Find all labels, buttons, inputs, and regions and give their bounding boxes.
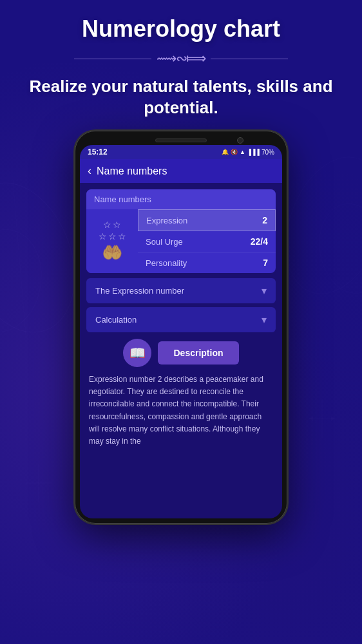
signal-icon: ▐▐▐ <box>247 149 260 155</box>
phone-notch <box>80 138 282 142</box>
back-button[interactable]: ‹ <box>88 164 91 178</box>
hand-icon: 🤲 <box>102 243 122 263</box>
expression-expand-icon: ▾ <box>262 285 267 297</box>
table-row[interactable]: Personality 7 <box>138 252 276 273</box>
star-icon-5: ☆ <box>118 231 126 242</box>
table-row[interactable]: Soul Urge 22/4 <box>138 231 276 252</box>
wifi-icon: ▲ <box>240 149 245 155</box>
stars-row-2: ☆ ☆ ☆ <box>99 231 126 242</box>
star-icon-4: ☆ <box>108 231 117 242</box>
description-btn-row: 📖 Description <box>86 339 276 367</box>
description-text: Expression number 2 describes a peacemak… <box>86 374 276 448</box>
calculation-expand-icon: ▾ <box>262 314 267 326</box>
calculation-expand-label: Calculation <box>95 315 137 325</box>
star-icon-2: ☆ <box>113 220 121 230</box>
battery-status: 70% <box>262 149 274 156</box>
phone-frame: 15:12 🔔 🔇 ▲ ▐▐▐ 70% ‹ Name numbers <box>75 131 287 524</box>
alarm-icon: 🔔 <box>222 149 229 155</box>
row-value-personality: 7 <box>263 258 268 268</box>
nav-bar: ‹ Name numbers <box>80 159 282 183</box>
phone-camera <box>237 137 243 144</box>
book-icon: 📖 <box>129 345 146 361</box>
mute-icon: 🔇 <box>231 149 238 155</box>
ornament-divider: ⟿∾⟾ <box>13 50 349 67</box>
status-bar: 15:12 🔔 🔇 ▲ ▐▐▐ 70% <box>80 145 282 159</box>
expression-expand-label: The Expression number <box>95 286 184 296</box>
expression-expand-row[interactable]: The Expression number ▾ <box>86 278 276 303</box>
row-label-personality: Personality <box>146 258 187 268</box>
calculation-expand-row[interactable]: Calculation ▾ <box>86 307 276 332</box>
stars-hand-icon: ☆ ☆ ☆ ☆ ☆ 🤲 <box>99 220 126 263</box>
star-icon-1: ☆ <box>103 220 111 230</box>
row-label-soul-urge: Soul Urge <box>146 237 183 247</box>
status-icons: 🔔 🔇 ▲ ▐▐▐ 70% <box>222 149 274 156</box>
card-icon-area: ☆ ☆ ☆ ☆ ☆ 🤲 <box>86 209 138 273</box>
star-icon-3: ☆ <box>99 231 107 242</box>
phone-speaker <box>155 138 207 142</box>
status-time: 15:12 <box>88 147 108 156</box>
card-body: ☆ ☆ ☆ ☆ ☆ 🤲 <box>86 209 276 273</box>
phone-screen: 15:12 🔔 🔇 ▲ ▐▐▐ 70% ‹ Name numbers <box>80 145 282 518</box>
table-row[interactable]: Expression 2 <box>138 209 276 231</box>
description-button[interactable]: Description <box>158 341 238 365</box>
screen-content: Name numbers ☆ ☆ ☆ <box>80 183 282 458</box>
nav-title: Name numbers <box>97 166 167 177</box>
name-numbers-card: Name numbers ☆ ☆ ☆ <box>86 189 276 273</box>
row-value-soul-urge: 22/4 <box>251 236 268 247</box>
phone-mockup: 15:12 🔔 🔇 ▲ ▐▐▐ 70% ‹ Name numbers <box>75 131 287 524</box>
description-icon-circle: 📖 <box>123 339 151 367</box>
card-header: Name numbers <box>86 189 276 209</box>
page-subtitle: Realize your natural talents, skills and… <box>13 76 349 118</box>
row-label-expression: Expression <box>146 216 187 225</box>
stars-row: ☆ ☆ <box>103 220 121 230</box>
page-title: Numerology chart <box>82 15 280 43</box>
ornament-center: ⟿∾⟾ <box>157 50 205 67</box>
row-value-expression: 2 <box>262 215 267 225</box>
card-rows: Expression 2 Soul Urge 22/4 Personality … <box>138 209 276 273</box>
